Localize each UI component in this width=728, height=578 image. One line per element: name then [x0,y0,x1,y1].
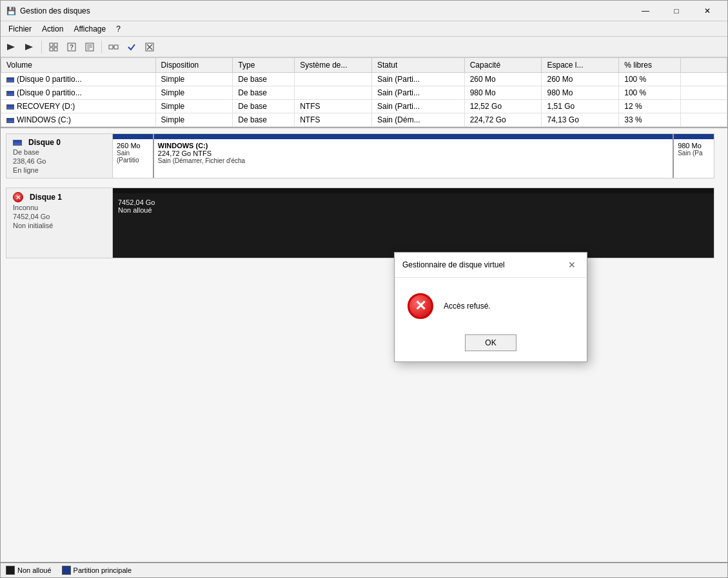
row-icon-1 [6,91,14,96]
cell-extra-2 [681,100,727,113]
toolbar-separator-1 [41,41,42,53]
toolbar-close-button[interactable] [141,39,158,55]
disk-0-icon-blue [13,140,22,146]
disk-1-row: ✕ Disque 1 Inconnu 7452,04 Go Non initia… [6,188,714,258]
disk-1-type: Inconnu [13,204,106,211]
disk-0-part-1[interactable]: 260 Mo Sain (Partitio [113,134,154,178]
disk-scroll-area[interactable]: Disque 0 De base 238,46 Go En ligne 260 … [1,128,727,562]
maximize-button[interactable]: □ [662,1,691,21]
cell-percent-0: 100 % [619,73,681,86]
disk-1-unallocated-status: Non alloué [118,206,709,214]
col-extra [681,58,727,73]
menu-affichage[interactable]: Affichage [68,23,111,35]
minimize-button[interactable]: — [631,1,660,21]
window-controls: — □ ✕ [631,1,722,21]
cell-statut-1: Sain (Parti... [371,86,464,100]
cell-capacity-1: 980 Mo [464,86,542,100]
toolbar-check-button[interactable] [123,39,140,55]
row-icon-2 [6,104,14,110]
col-free-space: Espace l... [542,58,619,73]
cell-capacity-3: 224,72 Go [464,113,542,127]
toolbar-help-button[interactable]: ? [63,39,80,55]
table-row-0[interactable]: (Disque 0 partitio... Simple De base Sai… [1,73,727,86]
svg-marker-0 [7,44,15,50]
cell-statut-0: Sain (Parti... [371,73,464,86]
disk-0-row: Disque 0 De base 238,46 Go En ligne 260 … [6,133,714,178]
disk-0-partitions: 260 Mo Sain (Partitio WINDOWS (C:) 224,7… [113,134,714,178]
disk-0-part-3[interactable]: 980 Mo Sain (Pa [674,134,714,178]
cell-free-0: 260 Mo [542,73,619,86]
modal-ok-button[interactable]: OK [465,334,516,351]
legend-unallocated-label: Non alloué [17,566,52,574]
cell-volume-0: (Disque 0 partitio... [1,73,156,86]
toolbar-grid-button[interactable] [45,39,62,55]
cell-type-3: De base [233,113,295,127]
disk-0-part-1-content: 260 Mo Sain (Partitio [113,139,153,178]
disk-1-partitions: 7452,04 Go Non alloué [113,188,714,258]
disk-0-part-2-name: WINDOWS (C:) [158,142,669,149]
toolbar-connect-button[interactable] [105,39,122,55]
menu-help[interactable]: ? [111,23,126,35]
disk-0-label: Disque 0 [13,138,106,147]
modal-close-button[interactable]: ✕ [565,258,579,272]
svg-rect-5 [54,48,57,51]
disk-1-name: Disque 1 [30,193,62,202]
modal-error-icon: ✕ [408,293,433,319]
disk-1-unallocated[interactable]: 7452,04 Go Non alloué [113,193,714,258]
legend-bar: Non alloué Partition principale [1,562,727,577]
toolbar-back-button[interactable] [3,39,20,55]
disk-0-type: De base [13,148,106,156]
cell-statut-2: Sain (Parti... [371,100,464,113]
toolbar-forward-button[interactable] [21,39,38,55]
menu-bar: Fichier Action Affichage ? [1,21,727,37]
toolbar-properties-button[interactable] [81,39,98,55]
row-icon-0 [6,77,14,82]
cell-disposition-1: Simple [155,86,233,100]
disk-area: Disque 0 De base 238,46 Go En ligne 260 … [1,128,727,577]
svg-text:?: ? [70,44,74,51]
legend-main-partition-box [62,566,71,575]
disk-1-icon-red: ✕ [13,192,23,202]
menu-action[interactable]: Action [37,23,68,35]
svg-rect-13 [114,45,118,49]
cell-system-2: NTFS [295,100,372,113]
col-percent-free: % libres [619,58,681,73]
cell-extra-0 [681,73,727,86]
disk-0-part-3-content: 980 Mo Sain (Pa [674,139,714,178]
disk-0-name: Disque 0 [28,138,61,147]
cell-free-3: 74,13 Go [542,113,619,127]
disk-0-part-2-content: WINDOWS (C:) 224,72 Go NTFS Sain (Démarr… [154,139,673,178]
col-type: Type [233,58,295,73]
volume-table-section: Volume Disposition Type Système de... St… [1,57,727,128]
cell-disposition-2: Simple [155,100,233,113]
window-title: Gestion des disques [20,6,631,15]
cell-capacity-2: 12,52 Go [464,100,542,113]
disk-1-size: 7452,04 Go [13,213,106,220]
svg-rect-3 [54,43,57,46]
disk-0-size: 238,46 Go [13,157,106,165]
table-row-1[interactable]: (Disque 0 partitio... Simple De base Sai… [1,86,727,100]
col-statut: Statut [371,58,464,73]
disk-0-part-1-header [113,134,153,139]
disk-0-part-3-header [674,134,714,139]
close-button[interactable]: ✕ [693,1,722,21]
cell-percent-3: 33 % [619,113,681,127]
toolbar-separator-2 [101,41,102,53]
cell-volume-2: RECOVERY (D:) [1,100,156,113]
table-row-3[interactable]: WINDOWS (C:) Simple De base NTFS Sain (D… [1,113,727,127]
disk-0-part-2-status: Sain (Démarrer, Fichier d'écha [158,157,669,164]
disk-0-status: En ligne [13,166,106,174]
col-system: Système de... [295,58,372,73]
menu-fichier[interactable]: Fichier [3,23,37,35]
cell-statut-3: Sain (Dém... [371,113,464,127]
disk-0-part-2[interactable]: WINDOWS (C:) 224,72 Go NTFS Sain (Démarr… [154,134,674,178]
modal-dialog: Gestionnaire de disque virtuel ✕ ✕ Accès… [394,252,587,362]
svg-rect-2 [50,43,53,46]
disk-1-unallocated-size: 7452,04 Go [118,198,709,206]
cell-extra-3 [681,113,727,127]
disk-0-part-1-size: 260 Mo [117,142,149,149]
table-row-2[interactable]: RECOVERY (D:) Simple De base NTFS Sain (… [1,100,727,113]
cell-type-2: De base [233,100,295,113]
disk-1-label: ✕ Disque 1 [13,192,106,202]
cell-capacity-0: 260 Mo [464,73,542,86]
